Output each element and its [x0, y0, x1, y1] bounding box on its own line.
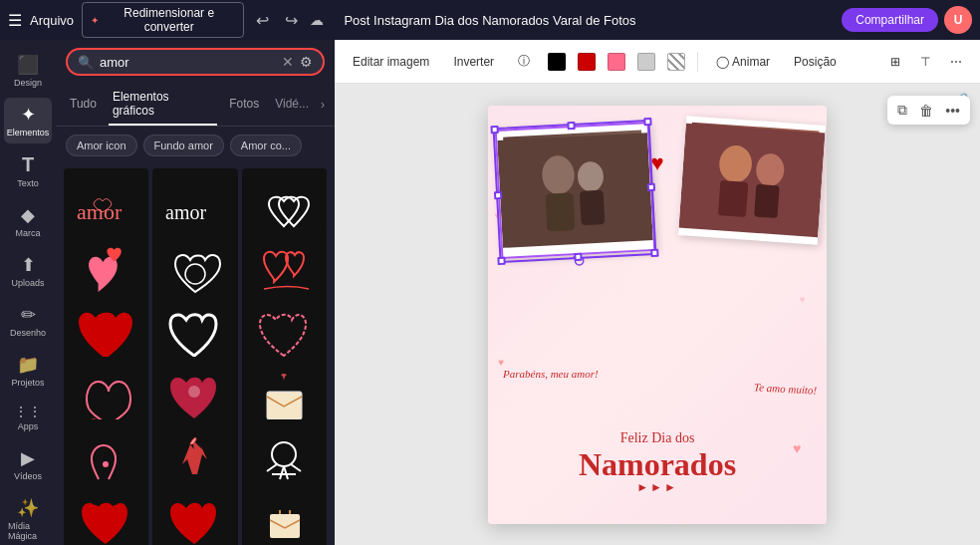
- photo-strip-left[interactable]: ↻: [495, 122, 656, 259]
- brand-icon: ◆: [21, 204, 35, 226]
- sidebar-label-projects: Projetos: [11, 378, 44, 388]
- edit-image-button[interactable]: Editar imagem: [347, 51, 435, 73]
- invert-button[interactable]: Inverter: [447, 51, 500, 73]
- svg-rect-21: [754, 183, 780, 217]
- document-title: Post Instagram Dia dos Namorados Varal d…: [332, 13, 647, 28]
- color-swatch-red[interactable]: [578, 53, 596, 71]
- svg-text:amor: amor: [165, 201, 206, 223]
- element-item[interactable]: [242, 482, 327, 545]
- clear-search-button[interactable]: ✕: [282, 54, 294, 70]
- sidebar-label-apps: Apps: [18, 421, 39, 431]
- floating-toolbar: ⧉ 🗑 •••: [887, 96, 970, 125]
- filter-icon[interactable]: ⚙: [300, 54, 313, 70]
- align-icon-button[interactable]: ⊤: [914, 51, 936, 73]
- videos-icon: ▶: [21, 447, 35, 469]
- animate-button[interactable]: ◯ Animar: [710, 51, 776, 73]
- file-menu[interactable]: Arquivo: [30, 13, 74, 28]
- search-icon: 🔍: [78, 55, 94, 70]
- sidebar-label-draw: Desenho: [10, 328, 46, 338]
- apps-icon: ⋮⋮: [14, 404, 42, 419]
- sidebar-item-projects[interactable]: 📁 Projetos: [4, 348, 52, 394]
- sidebar-label-design: Design: [14, 78, 42, 88]
- sidebar-item-videos[interactable]: ▶ Vídeos: [4, 441, 52, 487]
- resize-button[interactable]: Redimensionar e converter: [82, 2, 244, 38]
- color-swatch-pink[interactable]: [608, 53, 625, 71]
- sidebar-label-brand: Marca: [15, 228, 40, 238]
- tab-all[interactable]: Tudo: [66, 91, 101, 119]
- chip-amor-coy[interactable]: Amor co...: [230, 135, 302, 156]
- svg-text:amor: amor: [77, 199, 122, 224]
- icon-sidebar: ⬛ Design ✦ Elementos T Texto ◆ Marca ⬆ U…: [0, 40, 56, 545]
- sidebar-item-magic[interactable]: ✨ Mídia Mágica: [4, 491, 52, 545]
- svg-point-7: [103, 461, 109, 467]
- svg-point-8: [272, 442, 296, 466]
- tab-elements[interactable]: Elementos gráficos: [109, 84, 217, 126]
- sidebar-item-text[interactable]: T Texto: [4, 147, 52, 194]
- sidebar-item-design[interactable]: ⬛ Design: [4, 48, 52, 94]
- svg-rect-17: [679, 123, 826, 237]
- title-section: Feliz Dia dos Namorados ►►►: [488, 430, 827, 494]
- animate-icon: ◯: [716, 55, 729, 69]
- sidebar-item-brand[interactable]: ◆ Marca: [4, 198, 52, 244]
- element-item[interactable]: [64, 482, 148, 545]
- search-bar: 🔍 ✕ ⚙: [56, 40, 335, 84]
- position-button[interactable]: Posição: [788, 51, 843, 73]
- more-tabs-icon[interactable]: ›: [321, 98, 325, 112]
- projects-icon: 📁: [17, 354, 39, 376]
- share-button[interactable]: Compartilhar: [842, 8, 938, 32]
- color-swatch-black[interactable]: [548, 53, 566, 71]
- toolbar-right: ⊞ ⊤ ⋯: [884, 51, 968, 73]
- arrow-decoration: ►►►: [488, 480, 827, 494]
- hamburger-icon[interactable]: ☰: [8, 11, 22, 30]
- sidebar-item-uploads[interactable]: ⬆ Uploads: [4, 248, 52, 294]
- tab-videos[interactable]: Vidé...: [271, 91, 313, 119]
- svg-point-5: [188, 386, 200, 398]
- sidebar-label-uploads: Uploads: [11, 278, 44, 288]
- uploads-icon: ⬆: [21, 254, 36, 276]
- sidebar-label-magic: Mídia Mágica: [8, 521, 48, 541]
- canvas-area[interactable]: 🔒 ⧉ 🗑 ••• ♥ ♥: [335, 84, 980, 545]
- top-bar-left: ☰ Arquivo Redimensionar e converter ↩ ↪ …: [8, 2, 324, 38]
- redo-button[interactable]: ↪: [281, 9, 302, 32]
- category-chips: Amor icon Fundo amor Amor co...: [56, 127, 335, 164]
- copy-element-button[interactable]: ⧉: [895, 100, 909, 121]
- color-swatch-lines[interactable]: [667, 53, 685, 71]
- sidebar-item-apps[interactable]: ⋮⋮ Apps: [4, 398, 52, 437]
- design-canvas[interactable]: ♥ ♥ ♥ ♥ ♥ ♥: [488, 106, 827, 524]
- element-item[interactable]: amor: [152, 482, 237, 545]
- chip-amor-icon[interactable]: Amor icon: [66, 135, 137, 156]
- svg-rect-16: [580, 189, 606, 225]
- more-options-button[interactable]: ⋯: [944, 51, 968, 73]
- grid-icon-button[interactable]: ⊞: [884, 51, 906, 73]
- search-input-wrap[interactable]: 🔍 ✕ ⚙: [66, 48, 325, 76]
- photo-strip-right[interactable]: [678, 116, 826, 244]
- svg-rect-12: [497, 133, 652, 248]
- svg-rect-10: [270, 514, 300, 538]
- sidebar-item-elements[interactable]: ✦ Elementos: [4, 98, 52, 143]
- color-swatch-gray[interactable]: [637, 53, 655, 71]
- tab-photos[interactable]: Fotos: [225, 91, 263, 119]
- cloud-icon: ☁: [310, 12, 324, 28]
- rotate-handle[interactable]: ↻: [572, 251, 586, 271]
- elements-grid: amor amor: [56, 164, 335, 545]
- canvas-wrapper: ♥ ♥ ♥ ♥ ♥ ♥: [488, 106, 827, 524]
- main-layout: ⬛ Design ✦ Elementos T Texto ◆ Marca ⬆ U…: [0, 40, 980, 545]
- delete-element-button[interactable]: 🗑: [917, 101, 935, 121]
- title-line1: Feliz Dia dos: [488, 430, 827, 446]
- design-icon: ⬛: [17, 54, 39, 76]
- chip-fundo-amor[interactable]: Fundo amor: [143, 135, 224, 156]
- svg-rect-19: [718, 180, 748, 217]
- elements-panel: 🔍 ✕ ⚙ Tudo Elementos gráficos Fotos Vidé…: [56, 40, 335, 545]
- avatar[interactable]: U: [944, 6, 972, 34]
- photo-image-left: [503, 130, 646, 236]
- sidebar-item-draw[interactable]: ✏ Desenho: [4, 298, 52, 344]
- photo-image-right: [685, 122, 819, 224]
- toolbar: Editar imagem Inverter ⓘ ◯ Animar Posiçã…: [335, 40, 980, 84]
- search-input[interactable]: [100, 55, 276, 70]
- more-element-options-button[interactable]: •••: [943, 101, 962, 121]
- svg-point-2: [185, 264, 205, 284]
- draw-icon: ✏: [21, 304, 36, 326]
- info-button[interactable]: ⓘ: [512, 49, 536, 74]
- caption-left: Parabéns, meu amor!: [503, 368, 599, 380]
- undo-button[interactable]: ↩: [252, 9, 273, 32]
